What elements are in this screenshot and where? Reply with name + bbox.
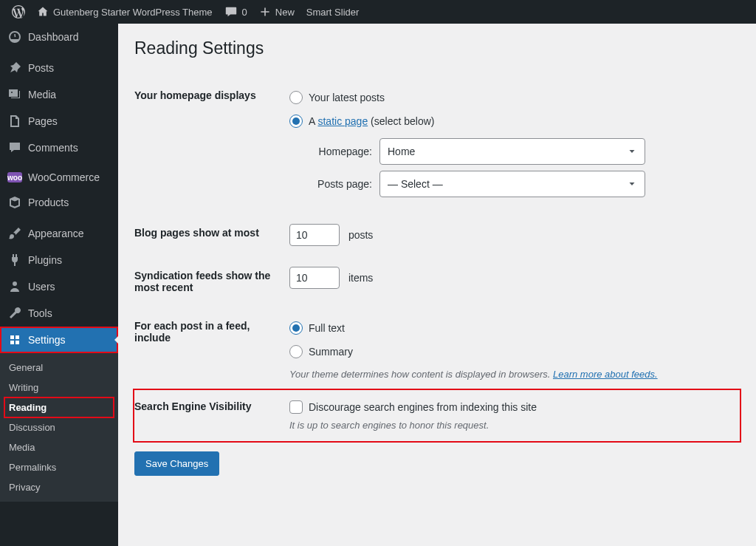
discourage-checkbox-label: Discourage search engines from indexing … [309,401,537,413]
feed-hint: Your theme determines how content is dis… [289,369,732,380]
chevron-down-icon [627,146,637,157]
discourage-checkbox[interactable] [289,400,303,414]
sidebar-item-tools[interactable]: Tools [0,300,118,327]
comment-icon [224,5,238,18]
sidebar-item-pages[interactable]: Pages [0,108,118,134]
sidebar-item-plugins[interactable]: Plugins [0,247,118,273]
submenu-writing[interactable]: Writing [0,378,118,397]
homepage-select[interactable]: Home [379,138,645,165]
site-link[interactable]: Gutenberg Starter WordPress Theme [31,0,219,24]
chevron-down-icon [627,179,637,189]
submenu-reading[interactable]: Reading [4,397,114,417]
sidebar-item-settings[interactable]: Settings [0,327,118,353]
radio-full-text[interactable] [289,321,303,335]
syndication-input[interactable] [289,267,340,289]
box-icon [7,195,22,210]
comments-link[interactable]: 0 [219,0,253,24]
settings-submenu: General Writing Reading Discussion Media… [0,353,118,502]
row-label-blog-pages: Blog pages show at most [134,214,289,256]
radio-static-page-label: A static page (select below) [309,115,434,127]
plug-icon [7,253,22,267]
sidebar-item-dashboard[interactable]: Dashboard [0,24,118,50]
row-label-search-visibility: Search Engine Visibility [134,390,289,441]
submenu-general[interactable]: General [0,358,118,378]
blog-pages-suffix: posts [348,229,373,241]
home-icon [37,6,49,18]
page-title: Reading Settings [134,38,740,58]
comments-count: 0 [242,7,247,18]
save-button[interactable]: Save Changes [134,451,219,476]
radio-summary-label: Summary [309,346,353,358]
postspage-select-label: Posts page: [309,178,372,190]
learn-feeds-link[interactable]: Learn more about feeds. [553,369,658,380]
blog-pages-input[interactable] [289,224,340,246]
radio-latest-posts-label: Your latest posts [309,92,385,103]
radio-latest-posts[interactable] [289,91,303,104]
submenu-permalinks[interactable]: Permalinks [0,457,118,477]
wordpress-icon [12,5,25,18]
new-label: New [275,7,295,18]
new-link[interactable]: New [253,0,300,24]
row-label-homepage: Your homepage displays [134,76,289,214]
sidebar-item-users[interactable]: Users [0,273,118,300]
discourage-label-wrap[interactable]: Discourage search engines from indexing … [289,400,732,414]
settings-icon [7,332,22,347]
plus-icon [259,6,271,18]
comment-icon [7,140,22,155]
submenu-privacy[interactable]: Privacy [0,477,118,497]
sidebar-item-products[interactable]: Products [0,189,118,216]
static-page-link[interactable]: static page [317,115,368,127]
site-title: Gutenberg Starter WordPress Theme [53,7,213,18]
smart-slider-link[interactable]: Smart Slider [300,0,365,24]
submenu-discussion[interactable]: Discussion [0,417,118,437]
sidebar-item-woocommerce[interactable]: woo WooCommerce [0,165,118,189]
dashboard-icon [7,30,22,44]
radio-summary[interactable] [289,345,303,358]
postspage-select[interactable]: — Select — [379,171,645,197]
brush-icon [7,226,22,241]
radio-static-page[interactable] [289,115,303,128]
sidebar-item-comments[interactable]: Comments [0,134,118,161]
pages-icon [7,114,22,129]
row-label-feed-include: For each post in a feed, include [134,307,289,390]
user-icon [7,279,22,294]
admin-toolbar: Gutenberg Starter WordPress Theme 0 New … [0,0,756,24]
wp-logo[interactable] [6,0,31,24]
sidebar-item-media[interactable]: Media [0,81,118,108]
submenu-media[interactable]: Media [0,437,118,457]
radio-full-text-label: Full text [309,322,345,334]
postspage-select-value: — Select — [388,178,443,190]
homepage-select-label: Homepage: [309,146,372,157]
settings-content: Reading Settings Your homepage displays … [118,24,756,546]
syndication-suffix: items [348,272,373,284]
woo-icon: woo [7,172,22,182]
row-label-syndication: Syndication feeds show the most recent [134,256,289,307]
wrench-icon [7,306,22,321]
sidebar-item-posts[interactable]: Posts [0,55,118,81]
media-icon [7,87,22,102]
homepage-select-value: Home [388,146,415,157]
sidebar-item-appearance[interactable]: Appearance [0,220,118,247]
search-visibility-hint: It is up to search engines to honor this… [289,420,732,431]
admin-sidebar: Dashboard Posts Media Pages Comments woo… [0,24,118,546]
pin-icon [7,61,22,75]
